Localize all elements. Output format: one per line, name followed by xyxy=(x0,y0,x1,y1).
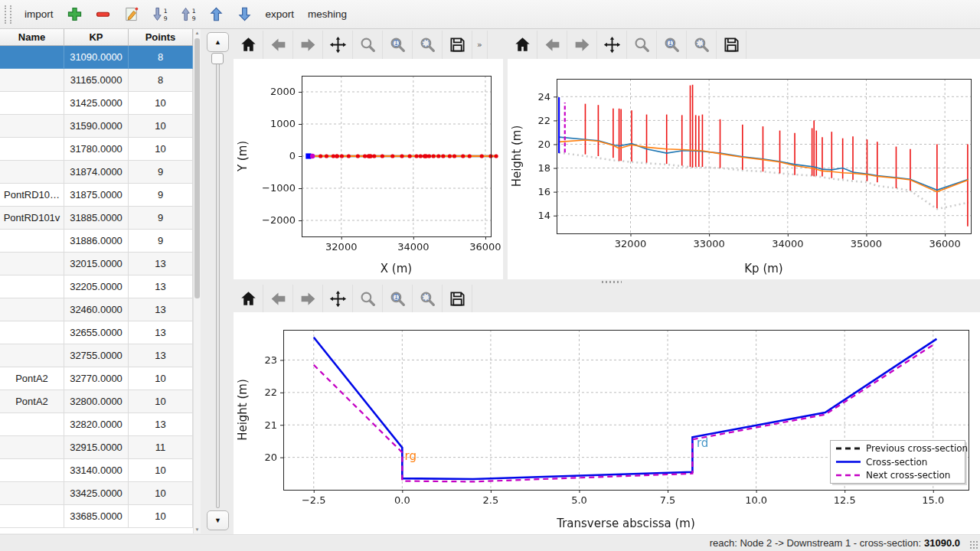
cell-points[interactable]: 9 xyxy=(129,207,193,230)
home-button[interactable] xyxy=(234,31,263,59)
table-row[interactable]: 31090.00008 xyxy=(0,46,201,69)
table-row[interactable]: 32205.000013 xyxy=(0,276,201,298)
cell-points[interactable]: 10 xyxy=(129,138,193,161)
slider-track[interactable] xyxy=(216,58,220,508)
forward-button[interactable] xyxy=(293,31,323,59)
meshing-button[interactable]: meshing xyxy=(301,5,354,23)
zoom-one-button[interactable]: 1 xyxy=(383,285,413,313)
more-button[interactable]: » xyxy=(472,31,488,59)
move-up-button[interactable] xyxy=(202,2,230,26)
cell-kp[interactable]: 31886.0000 xyxy=(64,230,129,253)
cell-name[interactable] xyxy=(0,253,64,276)
table-row[interactable]: 32460.000013 xyxy=(0,298,201,321)
table-row[interactable]: PontA232800.000010 xyxy=(0,390,201,413)
cell-points[interactable]: 9 xyxy=(129,161,193,184)
cell-name[interactable] xyxy=(0,321,64,344)
cell-kp[interactable]: 33685.0000 xyxy=(64,505,129,528)
cell-points[interactable]: 13 xyxy=(129,253,193,276)
save-button[interactable] xyxy=(717,31,746,59)
cell-points[interactable]: 10 xyxy=(129,367,193,390)
home-button[interactable] xyxy=(508,31,537,59)
zoom-one-button[interactable]: 1 xyxy=(383,31,413,59)
cell-points[interactable]: 10 xyxy=(129,92,193,115)
cell-name[interactable] xyxy=(0,69,64,92)
resize-grip-icon[interactable] xyxy=(969,540,978,549)
table-row[interactable]: 32915.000011 xyxy=(0,436,201,459)
cell-kp[interactable]: 32915.0000 xyxy=(64,436,129,459)
table-row[interactable]: PontA232770.000010 xyxy=(0,367,201,390)
cross-section-plot[interactable] xyxy=(234,312,980,534)
cell-name[interactable] xyxy=(0,413,64,436)
zoom-button[interactable] xyxy=(627,31,657,59)
cell-kp[interactable]: 31165.0000 xyxy=(64,69,129,92)
home-button[interactable] xyxy=(234,285,263,313)
cell-name[interactable] xyxy=(0,482,64,505)
cell-points[interactable]: 9 xyxy=(129,184,193,207)
cell-name[interactable] xyxy=(0,46,64,69)
cell-kp[interactable]: 32205.0000 xyxy=(64,276,129,298)
table-row[interactable]: 31780.000010 xyxy=(0,138,201,161)
cell-name[interactable] xyxy=(0,92,64,115)
edit-cross-section-button[interactable] xyxy=(117,2,145,26)
back-button[interactable] xyxy=(537,31,567,59)
zoom-one-button[interactable]: 1 xyxy=(657,31,687,59)
remove-cross-section-button[interactable] xyxy=(89,2,117,26)
cell-name[interactable] xyxy=(0,344,64,367)
move-down-button[interactable] xyxy=(230,2,259,26)
xy-view-plot[interactable] xyxy=(234,59,503,279)
back-button[interactable] xyxy=(263,285,293,313)
cell-kp[interactable]: 33140.0000 xyxy=(64,459,129,482)
slider-down-button[interactable]: ▼ xyxy=(207,510,229,530)
table-row[interactable]: 33425.000010 xyxy=(0,482,201,505)
cell-kp[interactable]: 32015.0000 xyxy=(64,253,129,276)
longitudinal-profile-plot[interactable] xyxy=(508,59,980,279)
zoom-fit-button[interactable] xyxy=(413,31,443,59)
cell-kp[interactable]: 31780.0000 xyxy=(64,138,129,161)
back-button[interactable] xyxy=(263,31,293,59)
cell-kp[interactable]: 33425.0000 xyxy=(64,482,129,505)
import-button[interactable]: import xyxy=(18,5,60,23)
table-row[interactable]: 33685.000010 xyxy=(0,505,201,528)
table-row[interactable]: 31165.00008 xyxy=(0,69,201,92)
cell-name[interactable] xyxy=(0,276,64,298)
table-row[interactable]: 33140.000010 xyxy=(0,459,201,482)
cell-name[interactable]: PontRD10… xyxy=(0,184,64,207)
table-scrollbar-thumb[interactable] xyxy=(194,38,200,298)
sort-descending-button[interactable]: 19 xyxy=(145,2,174,26)
cell-kp[interactable]: 31875.0000 xyxy=(64,184,129,207)
table-row[interactable]: 31874.00009 xyxy=(0,161,201,184)
save-button[interactable] xyxy=(443,31,472,59)
cell-name[interactable] xyxy=(0,436,64,459)
table-row[interactable]: 32655.000013 xyxy=(0,321,201,344)
forward-button[interactable] xyxy=(567,31,597,59)
table-row[interactable]: 32015.000013 xyxy=(0,253,201,276)
forward-button[interactable] xyxy=(293,285,323,313)
slider-thumb[interactable] xyxy=(211,53,224,64)
cell-points[interactable]: 8 xyxy=(129,69,193,92)
table-row[interactable]: 31886.00009 xyxy=(0,230,201,253)
cell-points[interactable]: 10 xyxy=(129,115,193,138)
cell-points[interactable]: 9 xyxy=(129,230,193,253)
cell-points[interactable]: 10 xyxy=(129,505,193,528)
cell-points[interactable]: 13 xyxy=(129,298,193,321)
cell-kp[interactable]: 31885.0000 xyxy=(64,207,129,230)
cell-kp[interactable]: 32770.0000 xyxy=(64,367,129,390)
zoom-fit-button[interactable] xyxy=(687,31,717,59)
cell-name[interactable] xyxy=(0,161,64,184)
cell-points[interactable]: 8 xyxy=(129,46,193,69)
cell-kp[interactable]: 31425.0000 xyxy=(64,92,129,115)
column-header-points[interactable]: Points xyxy=(129,29,193,46)
sort-ascending-button[interactable]: 19 xyxy=(174,2,202,26)
zoom-button[interactable] xyxy=(353,31,383,59)
table-row[interactable]: PontRD101v31885.00009 xyxy=(0,207,201,230)
cell-kp[interactable]: 31874.0000 xyxy=(64,161,129,184)
cell-name[interactable] xyxy=(0,459,64,482)
cell-kp[interactable]: 32800.0000 xyxy=(64,390,129,413)
cell-points[interactable]: 10 xyxy=(129,390,193,413)
pan-button[interactable] xyxy=(323,31,353,59)
table-row[interactable]: 32820.000013 xyxy=(0,413,201,436)
cell-points[interactable]: 11 xyxy=(129,436,193,459)
cell-kp[interactable]: 31090.0000 xyxy=(64,46,129,69)
cell-points[interactable]: 13 xyxy=(129,276,193,298)
cell-kp[interactable]: 32755.0000 xyxy=(64,344,129,367)
